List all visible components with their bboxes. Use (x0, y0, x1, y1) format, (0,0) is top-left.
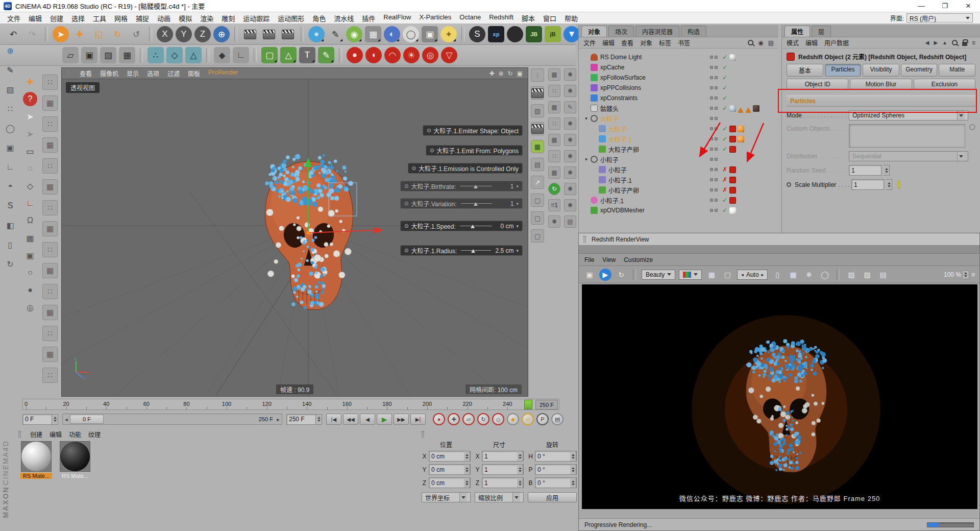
lasso-select-icon[interactable]: ◌ (23, 161, 37, 176)
redshift-object-tag[interactable] (729, 126, 736, 132)
viewport-menu-item[interactable]: 摄像机 (100, 69, 118, 78)
enable-toggle[interactable]: ✓ (720, 105, 729, 112)
model-mode-icon[interactable]: ▣ (81, 47, 97, 63)
snap-points-icon[interactable]: ∷ (3, 101, 18, 116)
redshift-volume-icon[interactable]: ▽ (441, 47, 457, 63)
hud-caret-icon[interactable]: ▾ (516, 224, 519, 229)
maximize-button[interactable]: ❐ (933, 0, 957, 12)
polygon-selection-tag[interactable] (745, 104, 751, 113)
field-stepper[interactable] (570, 464, 576, 475)
move-tool-icon[interactable]: ✚ (71, 26, 88, 42)
scale-tool-icon[interactable]: ◱ (90, 26, 107, 42)
store-image-icon[interactable]: ▧ (861, 269, 873, 281)
redshift-object-tag[interactable] (729, 166, 736, 173)
coordinate-field[interactable]: 1 (482, 477, 524, 488)
visibility-dots[interactable] (707, 178, 720, 181)
live-selection-icon[interactable]: ➤ (53, 26, 69, 42)
sculpt-icon[interactable]: S (3, 198, 18, 213)
command-grid-icon[interactable]: ∷ (42, 368, 58, 383)
hud-enable-icon[interactable]: ⊙ (404, 248, 408, 253)
array-icon[interactable]: ▦ (548, 134, 560, 146)
record-position-button[interactable]: ✚ (448, 413, 460, 425)
rotate-tool-icon[interactable]: ↻ (109, 26, 126, 42)
next-frame-button[interactable]: ▶▶ (394, 414, 409, 425)
command-grid-icon[interactable]: ▦ (42, 137, 58, 153)
hud-item[interactable]: ⊙大粒子.1.Emitter Shape: Object (423, 125, 523, 136)
magnet-icon[interactable]: Ω (23, 213, 37, 228)
world-icon[interactable]: ⊕ (3, 43, 18, 58)
light-small-icon[interactable]: ○ (23, 266, 37, 280)
array-icon[interactable]: ▦ (548, 166, 560, 179)
gear-icon[interactable]: ✱ (564, 68, 576, 81)
crop-icon[interactable]: ▢ (721, 269, 733, 281)
gear-icon[interactable]: ✱ (564, 85, 576, 97)
object-row[interactable]: 大粒子产卵✓ (579, 144, 778, 154)
menu-item[interactable]: 插件 (358, 12, 379, 24)
object-row[interactable]: xpPPCollisions✓ (579, 83, 778, 93)
points-mode-icon[interactable]: ∴ (148, 47, 164, 63)
command-grid-icon[interactable]: ∷ (42, 158, 58, 174)
record-keyframe-button[interactable]: ● (433, 413, 445, 425)
goto-end-button[interactable]: ▶| (410, 414, 426, 425)
visibility-dots[interactable] (707, 56, 720, 59)
field-stepper[interactable] (464, 477, 470, 488)
circle-dropdown[interactable]: ◯ (819, 269, 831, 281)
renderview-menu-icon[interactable]: ≡ (971, 271, 975, 278)
plugin-jb2-icon[interactable]: jB (545, 26, 561, 42)
add-cube-icon[interactable]: ▢ (261, 47, 278, 63)
viewport-menu-item[interactable]: 面板 (188, 69, 200, 78)
forward-icon[interactable]: ▶ (934, 40, 938, 45)
sketch-pen-icon[interactable]: ✎ (3, 62, 18, 78)
add-primitive-icon[interactable]: ● (308, 26, 325, 42)
enable-toggle[interactable]: ✓ (720, 146, 729, 153)
redshift-object-tag[interactable] (729, 177, 736, 183)
enable-toggle[interactable]: ✗ (720, 176, 729, 183)
menu-item[interactable]: 捕捉 (132, 12, 153, 24)
field-stepper[interactable] (570, 477, 576, 488)
command-grid-icon[interactable]: ▦ (42, 305, 58, 320)
object-manager-menu-item[interactable]: 文件 (583, 38, 596, 47)
field-stepper[interactable] (517, 464, 523, 475)
viewport-menu-item[interactable]: 显示 (127, 69, 139, 78)
edges-mode-icon[interactable]: ◇ (166, 47, 183, 63)
command-grid-icon[interactable]: ∷ (42, 116, 58, 132)
hud-enable-icon[interactable]: ⊙ (412, 165, 416, 171)
timeline-playhead[interactable] (524, 400, 532, 409)
object-manager-menu-item[interactable]: 标签 (659, 38, 671, 47)
visibility-dots[interactable] (707, 96, 720, 100)
object-row[interactable]: RS Dome Light✓ (579, 52, 778, 62)
renderview-menu-item[interactable]: View (602, 256, 616, 263)
attr-tab-particles[interactable]: Particles (825, 64, 862, 77)
texture-tag[interactable] (753, 105, 760, 112)
viewport-menu-item[interactable]: ProRender (208, 69, 238, 78)
attribute-menu-item[interactable]: 编辑 (805, 38, 818, 47)
coordinate-system-icon[interactable]: ⊕ (213, 26, 230, 42)
recycle-icon[interactable]: ↻ (548, 183, 560, 195)
move-icon[interactable]: ✚ (23, 75, 37, 89)
goto-start-button[interactable]: |◀ (326, 414, 341, 425)
visibility-dots[interactable] (707, 117, 720, 120)
pen-icon[interactable]: ✎ (564, 101, 576, 113)
rotate-view-icon[interactable]: ↻ (508, 70, 513, 77)
hud-item[interactable]: ⊙大粒子.1.Radius:2.5 cm▾ (400, 245, 523, 256)
hud-item[interactable]: ⊙大粒子.Birthrate:1▾ (400, 181, 523, 191)
object-row[interactable]: 大粒子.1✓ (579, 134, 778, 144)
box2-icon[interactable]: ▢ (531, 211, 544, 225)
renderview-menu-item[interactable]: File (584, 256, 594, 263)
command-grid-icon[interactable]: ∷ (42, 75, 58, 90)
timeline-ruler[interactable]: 250 F 020406080100120140160180200220240 (22, 399, 559, 410)
up-icon[interactable]: ▲ (942, 40, 947, 45)
command-grid-icon[interactable]: ∷ (42, 284, 58, 299)
redshift-sun-icon[interactable]: ☀ (403, 47, 420, 63)
menu-item[interactable]: X-Particles (415, 12, 455, 24)
attribute-menu-item[interactable]: 用户数据 (824, 38, 849, 47)
field-stepper[interactable] (464, 451, 470, 462)
channels-icon[interactable]: ▦ (705, 269, 718, 281)
hud-caret-icon[interactable]: ▾ (516, 201, 519, 206)
mouse-icon[interactable]: ◓ (3, 179, 18, 194)
compare-icon[interactable]: ▨ (845, 269, 857, 281)
x-particles-icon[interactable]: xp (488, 26, 504, 42)
layout-grid-icon[interactable]: ▦ (787, 269, 799, 281)
menu-item[interactable]: 脚本 (518, 12, 539, 24)
command-grid-icon[interactable]: ∷ (42, 200, 58, 215)
